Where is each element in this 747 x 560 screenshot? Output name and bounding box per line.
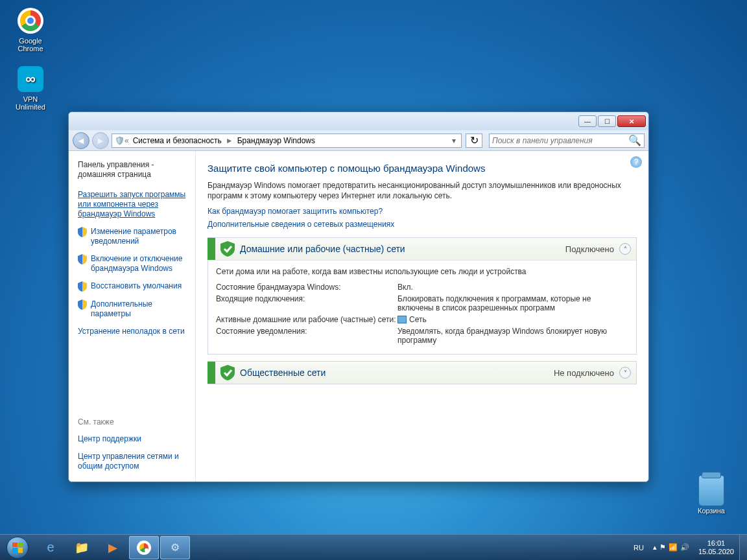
taskbar-control-panel[interactable]: ⚙ — [160, 536, 190, 559]
row-label: Состояние брандмауэра Windows: — [216, 283, 397, 292]
taskbar-media[interactable]: ▶ — [98, 536, 128, 559]
link-network-locations[interactable]: Дополнительные сведения о сетевых размещ… — [208, 220, 394, 229]
link-how-firewall-protects[interactable]: Как брандмауэр помогает защитить компьют… — [208, 207, 383, 216]
help-button[interactable]: ? — [630, 156, 642, 168]
search-icon[interactable]: 🔍 — [628, 134, 641, 146]
chrome-icon — [137, 541, 151, 555]
flag-icon[interactable]: ⚑ — [659, 543, 666, 552]
shield-check-icon — [220, 365, 235, 380]
recycle-bin-icon — [698, 475, 724, 506]
firewall-window: — ☐ ✕ ◄ ► 🛡️ « Система и безопасность ► … — [68, 111, 649, 482]
row-label: Состояние уведомления: — [216, 327, 397, 345]
maximize-button[interactable]: ☐ — [598, 115, 616, 127]
private-panel-status: Подключено — [565, 244, 614, 254]
chrome-icon — [18, 8, 43, 34]
language-indicator[interactable]: RU — [628, 544, 649, 552]
public-panel-header[interactable]: Общественные сети Не подключено ˅ — [208, 362, 636, 384]
crumb-category[interactable]: Система и безопасность — [129, 136, 226, 145]
ie-icon: e — [47, 540, 54, 555]
time-text: 16:01 — [698, 539, 734, 547]
tray-up-icon[interactable]: ▴ — [653, 543, 657, 552]
row-value: Сеть — [397, 315, 628, 324]
windows-logo-icon — [6, 537, 29, 559]
page-title: Защитите свой компьютер с помощью брандм… — [208, 163, 637, 174]
private-panel-header[interactable]: Домашние или рабочие (частные) сети Подк… — [208, 238, 636, 260]
main-content: ? Защитите свой компьютер с помощью бран… — [196, 151, 648, 482]
shield-icon — [78, 281, 87, 292]
sidebar-advanced[interactable]: Дополнительные параметры — [91, 299, 187, 319]
back-button[interactable]: ◄ — [73, 132, 89, 149]
search-input[interactable] — [492, 136, 628, 145]
control-panel-icon: ⚙ — [171, 541, 180, 554]
taskbar-ie[interactable]: e — [36, 536, 65, 559]
sidebar-troubleshoot[interactable]: Устранение неполадок в сети — [78, 327, 187, 336]
control-panel-icon: 🛡️ — [115, 136, 124, 145]
address-bar: ◄ ► 🛡️ « Система и безопасность ► Брандм… — [69, 130, 648, 151]
public-panel-title: Общественные сети — [240, 368, 326, 378]
chevron-up-icon[interactable]: ˄ — [619, 243, 631, 255]
private-networks-panel: Домашние или рабочие (частные) сети Подк… — [208, 237, 637, 355]
private-panel-body: Сети дома или на работе, когда вам извес… — [208, 260, 636, 354]
private-panel-subtitle: Сети дома или на работе, когда вам извес… — [216, 267, 628, 276]
refresh-button[interactable]: ↻ — [466, 134, 482, 148]
sidebar-see-also-label: См. также — [78, 417, 187, 426]
taskbar-clock[interactable]: 16:01 15.05.2020 — [693, 539, 739, 555]
row-value: Блокировать подключения к программам, ко… — [397, 294, 628, 312]
crumb-current[interactable]: Брандмауэр Windows — [233, 136, 319, 145]
chevron-down-icon[interactable]: ˅ — [619, 367, 631, 379]
taskbar-chrome[interactable] — [129, 536, 159, 559]
media-icon: ▶ — [108, 541, 117, 555]
private-panel-title: Домашние или рабочие (частные) сети — [240, 244, 405, 254]
shield-icon — [78, 254, 87, 264]
network-tray-icon[interactable]: 📶 — [669, 543, 678, 552]
public-networks-panel: Общественные сети Не подключено ˅ — [208, 361, 637, 384]
icon-label: Google Chrome — [8, 37, 53, 52]
minimize-button[interactable]: — — [578, 115, 597, 127]
system-tray[interactable]: ▴ ⚑ 📶 🔊 — [649, 543, 693, 552]
close-button[interactable]: ✕ — [617, 115, 646, 127]
icon-label: Корзина — [689, 507, 734, 515]
search-box[interactable]: 🔍 — [489, 134, 645, 148]
titlebar[interactable]: — ☐ ✕ — [69, 112, 648, 130]
taskbar-explorer[interactable]: 📁 — [67, 536, 97, 559]
sidebar-network-center[interactable]: Центр управления сетями и общим доступом — [78, 452, 187, 471]
sidebar-allow-program[interactable]: Разрешить запуск программы или компонент… — [78, 190, 187, 219]
network-icon — [397, 316, 407, 323]
sidebar-restore-defaults[interactable]: Восстановить умолчания — [91, 281, 182, 291]
public-panel-status: Не подключено — [554, 368, 614, 378]
status-strip — [208, 238, 215, 260]
desktop-icon-vpn[interactable]: ∞ VPN Unlimited — [8, 65, 53, 111]
row-value: Уведомлять, когда брандмауэр Windows бло… — [397, 327, 628, 345]
date-text: 15.05.2020 — [698, 548, 734, 555]
show-desktop-button[interactable] — [739, 535, 747, 561]
sidebar-on-off[interactable]: Включение и отключение брандмауэра Windo… — [91, 254, 187, 274]
row-value: Вкл. — [397, 283, 628, 292]
shield-icon — [78, 227, 87, 237]
row-label: Активные домашние или рабочие (частные) … — [216, 315, 397, 324]
sidebar-notifications[interactable]: Изменение параметров уведомлений — [91, 227, 187, 246]
start-button[interactable] — [0, 535, 35, 561]
folder-icon: 📁 — [75, 541, 89, 555]
taskbar: e 📁 ▶ ⚙ RU ▴ ⚑ 📶 🔊 16:01 15.05.2020 — [0, 534, 747, 560]
desktop-icon-recycle-bin[interactable]: Корзина — [689, 476, 734, 515]
volume-icon[interactable]: 🔊 — [680, 543, 689, 552]
icon-label: VPN Unlimited — [8, 95, 53, 111]
forward-button[interactable]: ► — [92, 132, 109, 149]
sidebar-action-center[interactable]: Центр поддержки — [78, 434, 187, 444]
desktop-icon-chrome[interactable]: Google Chrome — [8, 6, 53, 52]
breadcrumb[interactable]: 🛡️ « Система и безопасность ► Брандмауэр… — [112, 134, 462, 148]
row-label: Входящие подключения: — [216, 294, 397, 312]
crumb-dropdown-icon[interactable]: ▾ — [449, 136, 458, 145]
page-description: Брандмауэр Windows помогает предотвратит… — [208, 180, 637, 201]
shield-check-icon — [220, 241, 235, 257]
vpn-icon: ∞ — [18, 66, 43, 92]
sidebar: Панель управления - домашняя страница Ра… — [69, 151, 196, 482]
sidebar-home-link[interactable]: Панель управления - домашняя страница — [78, 160, 187, 180]
status-strip — [208, 362, 215, 384]
shield-icon — [78, 299, 87, 310]
